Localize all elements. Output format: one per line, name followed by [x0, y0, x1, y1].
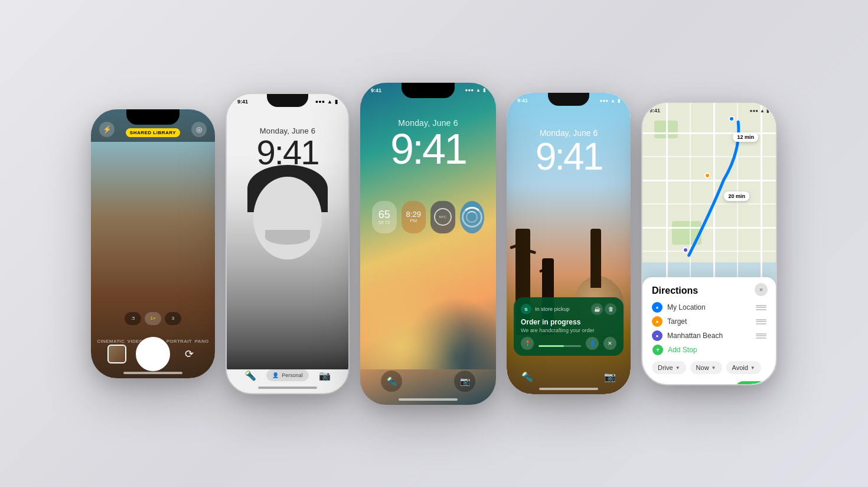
avoid-label: Avoid	[732, 364, 748, 371]
home-indicator-2	[258, 387, 317, 389]
zoom-3x[interactable]: 3	[165, 312, 181, 325]
handle-line	[756, 307, 766, 308]
color-datetime: Monday, June 6 9:41	[360, 118, 496, 170]
desert-datetime: Monday, June 6 9:41	[507, 128, 631, 176]
status-icons-3: ●●● ▲ ▮	[465, 87, 485, 93]
phone-maps: 12 min 20 min 9:41 ●●● ▲ ▮	[641, 102, 777, 385]
starbucks-icon-2: 🗑	[605, 303, 616, 315]
desert-screen: 9:41 ●●● ▲ ▮ Monday, June 6 9:41	[507, 93, 631, 394]
maps-wifi: ▲	[760, 108, 765, 113]
stop-icon-3: ●	[652, 330, 663, 341]
stop-icon-2: ●	[652, 316, 663, 327]
flash-icon[interactable]: ⚡	[99, 122, 115, 137]
directions-panel: × Directions ● My Location	[642, 277, 776, 384]
flashlight-icon-bw[interactable]: 🔦	[244, 370, 256, 381]
stop-target: ● Target	[652, 316, 766, 327]
camera-icon-desert[interactable]: 📷	[604, 371, 616, 382]
flip-camera-icon[interactable]: ⟳	[180, 345, 198, 363]
desert-time: 9:41	[507, 138, 631, 176]
stop-handle-3[interactable]	[756, 333, 766, 339]
shutter-button[interactable]	[136, 337, 170, 371]
home-indicator-4	[539, 388, 598, 390]
add-stop-plus-icon[interactable]: +	[652, 345, 663, 355]
starbucks-progress-bar	[539, 345, 581, 347]
status-time-3: 9:41	[371, 87, 381, 93]
color-time: 9:41	[360, 128, 496, 170]
phone-camera: ⚡ SHARED LIBRARY ◎ .5 1× 3 CINEMATIC VID…	[91, 109, 215, 378]
starbucks-location-btn[interactable]: 📍	[521, 337, 534, 350]
flashlight-icon-desert[interactable]: 🔦	[521, 371, 533, 382]
camera-icon-bw[interactable]: 📷	[319, 370, 331, 381]
add-stop-row: + Add Stop	[652, 345, 766, 355]
widget-activity	[460, 201, 485, 233]
status-time-2: 9:41	[237, 99, 248, 105]
notch-3	[402, 83, 455, 98]
now-option[interactable]: Now ▼	[690, 361, 722, 374]
phones-container: ⚡ SHARED LIBRARY ◎ .5 1× 3 CINEMATIC VID…	[79, 71, 789, 417]
battery-icon-3: ▮	[483, 87, 485, 93]
handle-line	[756, 323, 766, 324]
stop-handle-2[interactable]	[756, 319, 766, 324]
zoom-05[interactable]: .5	[125, 312, 141, 325]
maps-screen: 12 min 20 min 9:41 ●●● ▲ ▮	[642, 103, 776, 384]
wifi-icon-4: ▲	[611, 98, 615, 103]
directions-title: Directions	[652, 285, 766, 296]
starbucks-pickup-text: In store pickup	[535, 306, 591, 312]
map-pin-end	[683, 247, 688, 253]
drive-label: Drive	[658, 364, 673, 371]
starbucks-person-btn[interactable]: 👤	[586, 337, 599, 350]
camera-screen: ⚡ SHARED LIBRARY ◎ .5 1× 3 CINEMATIC VID…	[91, 109, 215, 378]
starbucks-header: S In store pickup ☕ 🗑	[521, 303, 616, 315]
flashlight-icon-color[interactable]: 🔦	[381, 371, 402, 392]
stop-handle-1[interactable]	[756, 305, 766, 310]
now-chevron: ▼	[712, 365, 716, 371]
handle-line	[756, 321, 766, 322]
starbucks-action-icons: ☕ 🗑	[591, 303, 616, 315]
maps-battery: ▮	[766, 108, 769, 113]
shutter-inner	[138, 339, 168, 369]
map-pin-target	[704, 173, 710, 178]
camera-thumbnail[interactable]	[107, 345, 126, 363]
bw-bottom-controls: 🔦 👤 Personal 📷	[227, 369, 348, 381]
status-time-4: 9:41	[517, 98, 528, 103]
avoid-option[interactable]: Avoid ▼	[726, 361, 761, 374]
stop-label-1[interactable]: My Location	[667, 303, 751, 311]
personal-label: 👤 Personal	[266, 369, 309, 381]
starbucks-icon-1: ☕	[591, 303, 603, 315]
duration-block: 32 min 9.7 mi · 1 stop	[652, 383, 693, 385]
drive-option[interactable]: Drive ▼	[652, 361, 686, 374]
person-icon: 👤	[272, 372, 279, 378]
widget-nyc-clock: NYC	[430, 201, 455, 233]
starbucks-delete-btn[interactable]: ✕	[603, 337, 616, 350]
widget-alarm: 8:29 PM	[402, 201, 426, 233]
handle-line	[756, 335, 766, 336]
starbucks-progress-fill	[539, 345, 564, 347]
avoid-chevron: ▼	[750, 365, 755, 371]
color-screen: 9:41 ●●● ▲ ▮ Monday, June 6 9:41 65	[360, 83, 496, 405]
home-indicator-1	[123, 372, 182, 374]
status-icons-4: ●●● ▲ ▮	[600, 98, 620, 103]
stop-label-2[interactable]: Target	[667, 317, 751, 326]
signal-icon-4: ●●●	[600, 98, 609, 103]
bw-time: 9:41	[227, 135, 348, 170]
personal-text: Personal	[282, 372, 303, 378]
go-button[interactable]: GO	[736, 381, 766, 384]
close-button[interactable]: ×	[755, 283, 768, 296]
camera-icon-color[interactable]: 📷	[454, 371, 475, 392]
drive-chevron: ▼	[676, 365, 680, 371]
maps-signal: ●●●	[750, 108, 759, 113]
notch-1	[126, 109, 180, 125]
handle-line	[756, 319, 766, 320]
widget-temp-num: 65	[378, 209, 390, 220]
zoom-1x[interactable]: 1×	[145, 312, 161, 325]
settings-icon[interactable]: ◎	[191, 122, 207, 137]
add-stop-text[interactable]: Add Stop	[668, 346, 697, 354]
widget-alarm-ampm: PM	[410, 218, 417, 223]
stop-label-3[interactable]: Manhattan Beach	[667, 332, 751, 340]
maps-map-area[interactable]: 12 min 20 min 9:41 ●●● ▲ ▮	[642, 103, 776, 286]
widgets-row: 65 55 72 8:29 PM NYC	[360, 201, 496, 233]
wifi-icon-3: ▲	[476, 87, 481, 93]
starbucks-order-title: Order in progress	[521, 318, 616, 326]
battery-icon-2: ▮	[335, 99, 338, 105]
map-time-label-2: 20 min	[724, 191, 749, 201]
